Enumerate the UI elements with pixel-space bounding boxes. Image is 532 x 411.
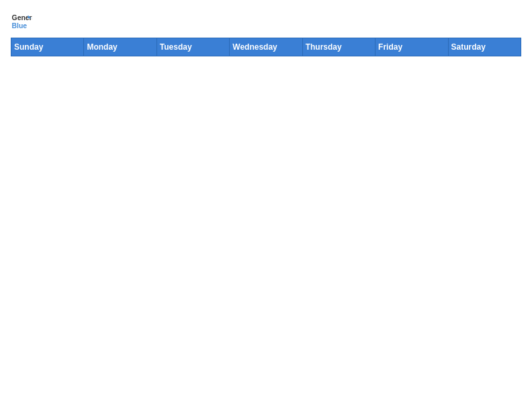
weekday-header-thursday: Thursday <box>302 38 375 56</box>
page-header: General Blue <box>11 11 521 32</box>
logo: General Blue <box>11 11 32 32</box>
weekday-header-tuesday: Tuesday <box>157 38 229 56</box>
logo-icon: General Blue <box>11 11 32 32</box>
weekday-header-monday: Monday <box>84 38 157 56</box>
weekday-header-sunday: Sunday <box>11 38 84 56</box>
weekday-header-wednesday: Wednesday <box>230 38 302 56</box>
svg-text:Blue: Blue <box>12 22 28 30</box>
calendar-table: SundayMondayTuesdayWednesdayThursdayFrid… <box>11 38 521 56</box>
weekday-header-row: SundayMondayTuesdayWednesdayThursdayFrid… <box>11 38 521 56</box>
weekday-header-saturday: Saturday <box>448 38 521 56</box>
weekday-header-friday: Friday <box>375 38 448 56</box>
